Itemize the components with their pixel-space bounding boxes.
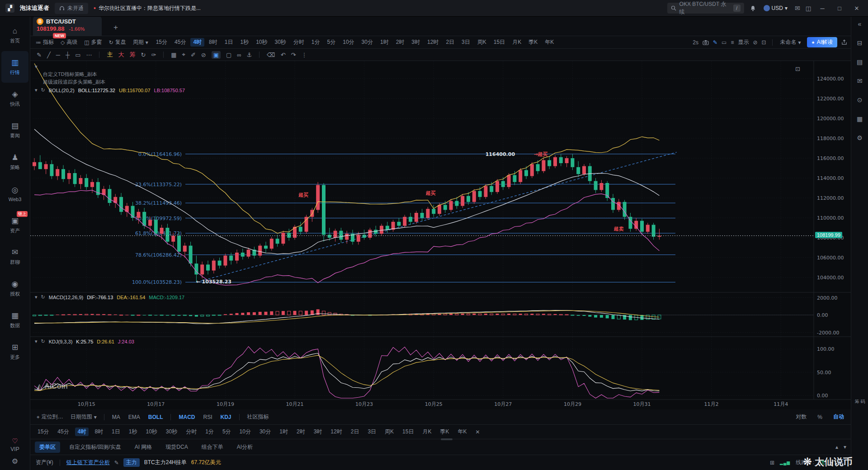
strategy-legend-2[interactable]: 超级波段追踪多头策略_副本 [43,79,105,85]
sidebar-item-flash-news[interactable]: ◈快讯 [1,83,28,114]
strategy-legend-1[interactable]: 自定义TD指标策略_副本 [43,71,97,78]
tab-not-activated[interactable]: 未开通 [55,3,88,14]
hide-icon[interactable]: ⊘ [753,39,757,46]
timeframe-15日[interactable]: 15日 [491,38,508,47]
window-maximize-button[interactable]: □ [834,5,845,12]
timeframe-周K[interactable]: 周K [382,428,396,436]
more-shapes-icon[interactable]: ⋯ [86,52,92,58]
messages-icon[interactable]: ✉ [857,77,863,85]
timeframe-1日[interactable]: 1日 [109,428,123,436]
boll-legend[interactable]: ▾ ↻ BOLL(20,2) BOLL:112725.32 UB:116700.… [35,87,185,93]
timeframe-季K[interactable]: 季K [437,428,452,436]
collapse-up-icon[interactable]: ▴ [835,444,838,450]
edit-pencil-icon[interactable]: ✎ [114,460,119,466]
list-icon[interactable]: ≡ [731,39,734,46]
timeframe-12时[interactable]: 12时 [328,428,344,436]
timeframe-1秒[interactable]: 1秒 [126,428,140,436]
live-news-ticker[interactable]: • 华尔街社区直播中：降息落地行情下跌是... [94,5,201,12]
timeframe-3时[interactable]: 3时 [409,38,423,47]
sidebar-item-headlines[interactable]: ▤要闻 [1,114,28,146]
grid-tool-icon[interactable]: ▦ [171,52,176,58]
timeframe-1分[interactable]: 1分 [309,38,323,47]
timeframe-4时[interactable]: 4时 [190,38,204,47]
overlay-EMA[interactable]: EMA [126,413,142,421]
layout-panels-icon[interactable]: ⊟ [857,39,863,47]
trend-line-icon[interactable]: ╱ [47,52,51,58]
edit-icon[interactable]: ✎ [713,39,717,46]
timeframe-10秒[interactable]: 10秒 [143,428,160,436]
timeframe-12时[interactable]: 12时 [425,38,441,47]
window-minimize-button[interactable]: ─ [816,5,828,12]
text-note-icon[interactable]: ▢ [226,52,231,58]
sidebar-item-assets[interactable]: ▣资产链上 [1,209,28,241]
timeframe-3日[interactable]: 3日 [459,38,473,47]
timeframe-15分[interactable]: 15分 [153,38,170,47]
chip-distribution-label[interactable]: 筹 码 [851,399,868,405]
news-panel-icon[interactable]: ▦ [857,115,863,122]
timeframe-30秒[interactable]: 30秒 [163,428,180,436]
bottom-tab-AI分析[interactable]: AI分析 [232,442,257,453]
timeframe-年K[interactable]: 年K [455,428,469,436]
bottom-tab-自定义指标/回测/实盘[interactable]: 自定义指标/回测/实盘 [65,442,126,453]
alerts-icon[interactable]: ⊙ [857,96,863,103]
collapse-rail-icon[interactable]: « [858,20,862,28]
magnet-icon[interactable]: ▣ [212,51,221,59]
cross-line-icon[interactable]: ┼ [66,52,70,58]
hide-drawings-icon[interactable]: ⊘ [201,52,206,58]
camera-icon[interactable] [703,40,709,45]
sidebar-item-strategy[interactable]: ♟策略 [1,146,28,178]
add-tab-button[interactable]: + [113,23,118,32]
currency-selector[interactable]: USD ▾ [762,4,789,12]
timeframe-45分[interactable]: 45分 [172,38,189,47]
more-tools-icon[interactable]: ⋮ [301,52,307,58]
timeframe-30秒[interactable]: 30秒 [272,38,289,47]
indicators-button[interactable]: ≔指标 [34,38,56,47]
horizontal-line-icon[interactable]: ─ [56,52,60,58]
bottom-tab-AI 网格[interactable]: AI 网格 [130,442,157,453]
watchlist-icon[interactable]: ▤ [857,58,863,66]
timeframe-10分[interactable]: 10分 [237,428,254,436]
legend-collapse[interactable]: ▾ [35,64,38,70]
fullscreen-icon[interactable]: ⊡ [761,39,766,46]
sidebar-item-home[interactable]: ⌂首页 [1,19,28,51]
assets-label[interactable]: 资产(¥) [36,459,53,466]
collapse-down-icon[interactable]: ▾ [844,444,846,450]
bottom-tab-现货DCA[interactable]: 现货DCA [161,442,192,453]
settings-gear-icon[interactable]: ⚙ [12,457,18,465]
bottom-tab-委单区[interactable]: 委单区 [35,442,60,453]
macd-legend[interactable]: ▾ ↻ MACD(12,26,9) DIF:-766.13 DEA:-161.5… [35,294,184,300]
timeframe-5分[interactable]: 5分 [325,38,339,47]
refresh-icon[interactable]: ↻ [141,52,146,58]
layout-toggle-icon[interactable]: ◫ [806,5,811,12]
timeframe-1时[interactable]: 1时 [377,38,392,47]
timeframe-8时[interactable]: 8时 [92,428,106,436]
symbol-tab[interactable]: B BTC/USDT 108199.88 -1.66% NEW [33,16,102,36]
timeframe-月K[interactable]: 月K [509,38,524,47]
anchor-icon[interactable]: ⚓ [247,52,252,58]
community-indicators-button[interactable]: 社区指标 [245,412,271,422]
timeframe-1日[interactable]: 1日 [222,38,236,47]
indicator-MACD[interactable]: MACD [176,413,197,421]
sidebar-item-vip[interactable]: ♡ VIP [10,437,19,452]
timeframe-月K[interactable]: 月K [420,428,434,436]
period-dropdown[interactable]: 周期▾ [131,38,150,47]
timeframe-分时[interactable]: 分时 [183,428,199,436]
date-range-dropdown[interactable]: 日期范围▾ [69,412,99,422]
timeframe-45分[interactable]: 45分 [55,428,71,436]
onchain-analysis-link[interactable]: 链上链下资产分析 [66,459,110,466]
trash-icon[interactable]: ⌫ [267,52,275,58]
overlay-BOLL[interactable]: BOLL [146,413,165,421]
timeframe-分时[interactable]: 分时 [291,38,307,47]
brush-icon[interactable]: ✑ [151,52,156,58]
timeframe-2日[interactable]: 2日 [348,428,362,436]
kdj-legend[interactable]: ▾ ↻ KDJ(9,3,3) K:25.75 D:26.61 J:24.03 [35,338,134,344]
timeframe-1时[interactable]: 1时 [277,428,291,436]
advanced-button[interactable]: ◇高级 [59,38,79,47]
share-icon[interactable] [841,39,847,45]
rail-settings-icon[interactable]: ⚙ [857,134,863,141]
template-dropdown[interactable]: 未命名▾ [778,38,803,47]
panel-drag-handle[interactable] [441,438,453,440]
chip-distribution-label[interactable]: 筹 [129,51,135,59]
timeframe-8时[interactable]: 8时 [206,38,220,47]
timeframe-5分[interactable]: 5分 [220,428,234,436]
